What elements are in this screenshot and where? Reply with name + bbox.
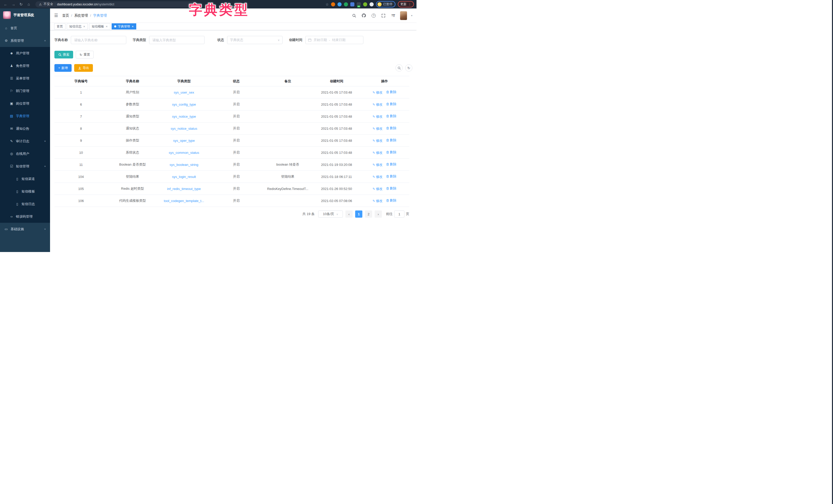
browser-update-button[interactable]: 更新 ⋮ — [398, 1, 414, 7]
app-logo-row[interactable]: 芋道管理系统 — [0, 8, 50, 22]
dict-type-input[interactable] — [149, 36, 205, 44]
export-button[interactable]: 导出 — [74, 64, 93, 72]
delete-link[interactable]: 删除 — [386, 150, 397, 155]
avatar-caret-icon[interactable]: ▾ — [411, 14, 412, 17]
sidebar-item-错误码管理[interactable]: ‹›错误码管理 — [0, 210, 50, 223]
close-icon[interactable]: ✕ — [83, 25, 85, 28]
dict-type-link[interactable]: sys_config_type — [172, 103, 196, 106]
sidebar-item-通知公告[interactable]: ✉通知公告 — [0, 122, 50, 135]
edit-link[interactable]: ✎修改 — [373, 90, 383, 95]
browser-home-icon[interactable]: ⌂ — [26, 1, 32, 7]
edit-link[interactable]: ✎修改 — [373, 175, 383, 179]
delete-link[interactable]: 删除 — [386, 174, 397, 179]
sidebar-item-在线用户[interactable]: ◎在线用户 — [0, 147, 50, 160]
sidebar-item-短信管理[interactable]: ☑短信管理∧ — [0, 160, 50, 173]
reset-button[interactable]: ↻ 重置 — [76, 51, 94, 58]
extension-blue-squares[interactable] — [350, 2, 354, 6]
table-search-button[interactable] — [396, 64, 403, 72]
delete-link[interactable]: 删除 — [386, 186, 397, 191]
dict-type-link[interactable]: tool_codegen_template_t... — [164, 199, 204, 203]
sidebar-item-首页[interactable]: ⌂首页 — [0, 22, 50, 34]
delete-link[interactable]: 删除 — [386, 102, 397, 106]
close-icon[interactable]: ✕ — [132, 25, 134, 28]
delete-link[interactable]: 删除 — [386, 162, 397, 167]
sidebar-item-岗位管理[interactable]: ▣岗位管理 — [0, 97, 50, 110]
sidebar-item-审计日志[interactable]: ✎审计日志∨ — [0, 135, 50, 147]
browser-back-icon[interactable]: ← — [3, 1, 9, 7]
cell-dict-id: 11 — [54, 159, 108, 171]
delete-link[interactable]: 删除 — [386, 138, 397, 143]
dict-type-link[interactable]: sys_oper_type — [173, 139, 195, 143]
extension-paused-badge[interactable]: 已暂停 — [376, 1, 396, 7]
edit-link[interactable]: ✎修改 — [373, 199, 383, 203]
sidebar-item-部门管理[interactable]: ⚐部门管理 — [0, 84, 50, 97]
extension-blue-gem[interactable] — [337, 2, 341, 6]
sidebar-item-菜单管理[interactable]: ☰菜单管理 — [0, 72, 50, 84]
sidebar-item-系统管理[interactable]: ⚙系统管理∧ — [0, 34, 50, 47]
search-icon[interactable] — [351, 13, 357, 19]
close-icon[interactable]: ✕ — [105, 25, 108, 28]
bookmark-star-icon[interactable]: ☆ — [326, 2, 329, 6]
edit-link[interactable]: ✎修改 — [373, 162, 383, 167]
fullscreen-icon[interactable] — [381, 13, 386, 19]
extension-orange-circle[interactable] — [331, 2, 335, 6]
browser-forward-icon[interactable]: → — [10, 1, 17, 7]
dict-type-link[interactable]: sys_notice_status — [171, 127, 197, 130]
edit-link[interactable]: ✎修改 — [373, 114, 383, 119]
sidebar-item-字典管理[interactable]: ▤字典管理 — [0, 110, 50, 122]
date-range-picker[interactable]: 开始日期 - 结束日期 — [305, 36, 363, 44]
help-icon[interactable]: ? — [371, 13, 377, 19]
page-button-2[interactable]: 2 — [365, 210, 372, 218]
status-select[interactable]: 字典状态 ∨ — [227, 36, 283, 44]
sidebar-toggle-icon[interactable]: ☰ — [54, 13, 58, 18]
delete-link[interactable]: 删除 — [386, 126, 397, 130]
page-button-1[interactable]: 1 — [355, 210, 362, 218]
sidebar-item-基础设施[interactable]: ▭基础设施∨ — [0, 223, 50, 235]
prev-page-button[interactable]: ‹ — [346, 210, 353, 218]
delete-link[interactable]: 删除 — [386, 114, 397, 119]
search-button[interactable]: 搜索 — [54, 51, 73, 58]
edit-link[interactable]: ✎修改 — [373, 150, 383, 155]
delete-link[interactable]: 删除 — [386, 198, 397, 203]
dict-type-link[interactable]: sys_user_sex — [174, 91, 194, 94]
extension-leaf[interactable] — [363, 2, 367, 6]
font-size-icon[interactable]: TT — [390, 13, 396, 19]
sidebar-item-label: 字典管理 — [16, 114, 29, 119]
sidebar-item-角色管理[interactable]: ♟角色管理 — [0, 59, 50, 72]
kebab-menu-icon[interactable]: ⋮ — [408, 2, 411, 6]
edit-link[interactable]: ✎修改 — [373, 138, 383, 143]
dict-type-link[interactable]: sys_notice_type — [172, 115, 196, 119]
extension-green-circle[interactable] — [344, 2, 348, 6]
extension-ghost[interactable] — [370, 2, 374, 6]
breadcrumb-item[interactable]: 系统管理 — [74, 13, 88, 18]
sidebar-item-短信渠道[interactable]: ▯短信渠道 — [0, 173, 50, 185]
edit-link[interactable]: ✎修改 — [373, 102, 383, 107]
breadcrumb-item[interactable]: 首页 — [62, 13, 69, 18]
next-page-button[interactable]: › — [375, 210, 382, 218]
address-bar[interactable]: ⚠ 不安全 dashboard.yudao.iocoder.cn/system/… — [35, 1, 197, 7]
extension-on-badge[interactable]: on — [357, 2, 361, 6]
user-avatar[interactable] — [400, 11, 407, 20]
sidebar-item-短信日志[interactable]: ▯短信日志 — [0, 198, 50, 210]
dict-type-link[interactable]: sys_boolean_string — [170, 163, 198, 167]
dict-type-link[interactable]: sys_common_status — [169, 151, 199, 155]
page-size-select[interactable]: 10条/页 ∨ — [318, 210, 343, 218]
dict-name-input[interactable] — [71, 36, 126, 44]
sidebar-item-用户管理[interactable]: ☻用户管理 — [0, 47, 50, 59]
edit-link[interactable]: ✎修改 — [373, 186, 383, 191]
github-icon[interactable] — [361, 13, 367, 19]
sidebar-item-label: 角色管理 — [16, 64, 29, 68]
dict-type-link[interactable]: inf_redis_timeout_type — [167, 187, 201, 191]
tab-首页[interactable]: 首页 — [54, 23, 66, 29]
tab-短信模板[interactable]: 短信模板✕ — [89, 23, 110, 29]
dict-type-link[interactable]: sys_login_result — [172, 175, 196, 179]
sidebar-item-短信模板[interactable]: ▯短信模板 — [0, 185, 50, 198]
goto-page-input[interactable] — [394, 210, 404, 218]
edit-link[interactable]: ✎修改 — [373, 126, 383, 131]
browser-reload-icon[interactable]: ↻ — [18, 1, 24, 7]
table-refresh-button[interactable]: ↻ — [405, 64, 412, 72]
tab-字典管理[interactable]: 字典管理✕ — [112, 23, 136, 29]
delete-link[interactable]: 删除 — [386, 90, 397, 94]
tab-短信日志[interactable]: 短信日志✕ — [67, 23, 88, 29]
add-button[interactable]: + 新增 — [54, 64, 72, 72]
